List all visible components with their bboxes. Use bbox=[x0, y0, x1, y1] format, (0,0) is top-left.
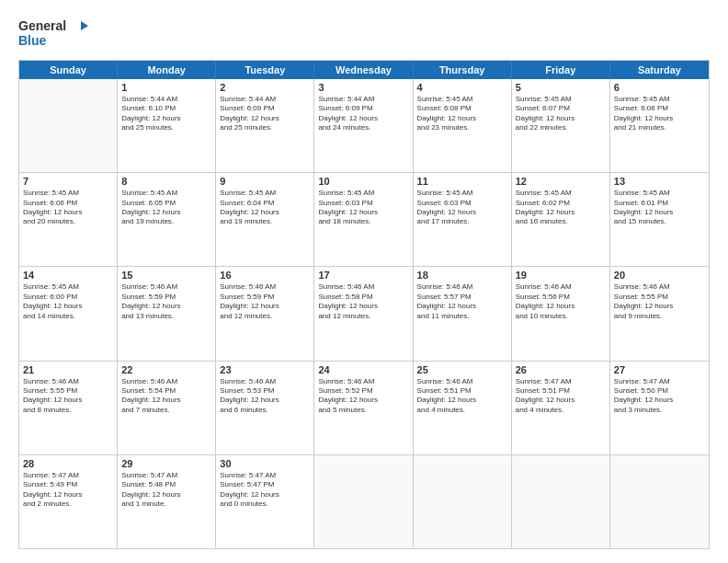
cal-cell: 12Sunrise: 5:45 AM Sunset: 6:02 PM Dayli… bbox=[512, 173, 610, 266]
logo: General Blue bbox=[18, 14, 92, 51]
day-number: 5 bbox=[516, 82, 606, 93]
cal-cell: 19Sunrise: 5:46 AM Sunset: 5:56 PM Dayli… bbox=[512, 267, 610, 360]
calendar-body: 1Sunrise: 5:44 AM Sunset: 6:10 PM Daylig… bbox=[19, 79, 709, 548]
day-number: 1 bbox=[121, 82, 211, 93]
cell-content: Sunrise: 5:46 AM Sunset: 5:54 PM Dayligh… bbox=[121, 377, 211, 416]
cell-content: Sunrise: 5:46 AM Sunset: 5:59 PM Dayligh… bbox=[220, 282, 310, 321]
cal-cell: 25Sunrise: 5:46 AM Sunset: 5:51 PM Dayli… bbox=[414, 362, 512, 454]
cell-content: Sunrise: 5:45 AM Sunset: 6:01 PM Dayligh… bbox=[614, 189, 705, 227]
cal-cell bbox=[610, 455, 709, 548]
cal-cell: 15Sunrise: 5:46 AM Sunset: 5:59 PM Dayli… bbox=[118, 267, 216, 360]
header: General Blue bbox=[18, 14, 710, 51]
week-row-1: 1Sunrise: 5:44 AM Sunset: 6:10 PM Daylig… bbox=[19, 79, 709, 172]
cell-content: Sunrise: 5:47 AM Sunset: 5:47 PM Dayligh… bbox=[220, 471, 310, 510]
day-number: 4 bbox=[417, 82, 507, 93]
cal-cell: 29Sunrise: 5:47 AM Sunset: 5:48 PM Dayli… bbox=[118, 455, 216, 548]
day-number: 29 bbox=[121, 458, 211, 469]
cal-cell: 13Sunrise: 5:45 AM Sunset: 6:01 PM Dayli… bbox=[610, 173, 709, 266]
cell-content: Sunrise: 5:45 AM Sunset: 6:03 PM Dayligh… bbox=[417, 189, 507, 227]
cal-cell: 23Sunrise: 5:46 AM Sunset: 5:53 PM Dayli… bbox=[216, 362, 314, 454]
day-number: 11 bbox=[417, 176, 507, 187]
calendar: SundayMondayTuesdayWednesdayThursdayFrid… bbox=[18, 60, 710, 549]
cell-content: Sunrise: 5:45 AM Sunset: 6:07 PM Dayligh… bbox=[516, 95, 606, 133]
day-header-friday: Friday bbox=[512, 61, 610, 79]
week-row-5: 28Sunrise: 5:47 AM Sunset: 5:49 PM Dayli… bbox=[19, 454, 709, 548]
day-number: 25 bbox=[417, 364, 507, 375]
day-header-sunday: Sunday bbox=[19, 61, 118, 79]
cal-cell: 27Sunrise: 5:47 AM Sunset: 5:50 PM Dayli… bbox=[610, 362, 709, 454]
day-header-thursday: Thursday bbox=[414, 61, 512, 79]
cal-cell: 30Sunrise: 5:47 AM Sunset: 5:47 PM Dayli… bbox=[216, 455, 314, 548]
day-header-wednesday: Wednesday bbox=[314, 61, 413, 79]
day-header-monday: Monday bbox=[118, 61, 216, 79]
cal-cell: 7Sunrise: 5:45 AM Sunset: 6:06 PM Daylig… bbox=[19, 173, 118, 266]
cal-cell: 11Sunrise: 5:45 AM Sunset: 6:03 PM Dayli… bbox=[414, 173, 512, 266]
cal-cell: 17Sunrise: 5:46 AM Sunset: 5:58 PM Dayli… bbox=[314, 267, 413, 360]
week-row-3: 14Sunrise: 5:45 AM Sunset: 6:00 PM Dayli… bbox=[19, 266, 709, 360]
day-number: 9 bbox=[220, 176, 310, 187]
cell-content: Sunrise: 5:45 AM Sunset: 6:05 PM Dayligh… bbox=[121, 189, 211, 227]
day-number: 16 bbox=[220, 270, 310, 281]
cell-content: Sunrise: 5:45 AM Sunset: 6:04 PM Dayligh… bbox=[220, 189, 310, 227]
day-number: 7 bbox=[23, 176, 113, 187]
cal-cell: 21Sunrise: 5:46 AM Sunset: 5:55 PM Dayli… bbox=[19, 362, 118, 454]
cal-cell: 24Sunrise: 5:46 AM Sunset: 5:52 PM Dayli… bbox=[314, 362, 413, 454]
cal-cell bbox=[19, 79, 118, 172]
cell-content: Sunrise: 5:47 AM Sunset: 5:51 PM Dayligh… bbox=[516, 377, 606, 416]
cell-content: Sunrise: 5:45 AM Sunset: 6:00 PM Dayligh… bbox=[23, 282, 113, 321]
week-row-2: 7Sunrise: 5:45 AM Sunset: 6:06 PM Daylig… bbox=[19, 172, 709, 266]
week-row-4: 21Sunrise: 5:46 AM Sunset: 5:55 PM Dayli… bbox=[19, 361, 709, 454]
cell-content: Sunrise: 5:47 AM Sunset: 5:50 PM Dayligh… bbox=[614, 377, 705, 416]
cal-cell: 1Sunrise: 5:44 AM Sunset: 6:10 PM Daylig… bbox=[118, 79, 216, 172]
calendar-header: SundayMondayTuesdayWednesdayThursdayFrid… bbox=[19, 61, 709, 79]
day-header-tuesday: Tuesday bbox=[216, 61, 314, 79]
cal-cell: 5Sunrise: 5:45 AM Sunset: 6:07 PM Daylig… bbox=[512, 79, 610, 172]
cell-content: Sunrise: 5:46 AM Sunset: 5:57 PM Dayligh… bbox=[417, 282, 507, 321]
cell-content: Sunrise: 5:46 AM Sunset: 5:58 PM Dayligh… bbox=[318, 282, 408, 321]
cell-content: Sunrise: 5:45 AM Sunset: 6:08 PM Dayligh… bbox=[417, 95, 507, 133]
cell-content: Sunrise: 5:47 AM Sunset: 5:48 PM Dayligh… bbox=[121, 471, 211, 510]
day-number: 3 bbox=[318, 82, 408, 93]
cal-cell: 14Sunrise: 5:45 AM Sunset: 6:00 PM Dayli… bbox=[19, 267, 118, 360]
day-number: 21 bbox=[23, 364, 113, 375]
cell-content: Sunrise: 5:46 AM Sunset: 5:55 PM Dayligh… bbox=[614, 282, 705, 321]
cal-cell: 22Sunrise: 5:46 AM Sunset: 5:54 PM Dayli… bbox=[118, 362, 216, 454]
day-number: 22 bbox=[121, 364, 211, 375]
cell-content: Sunrise: 5:44 AM Sunset: 6:10 PM Dayligh… bbox=[121, 95, 211, 133]
cell-content: Sunrise: 5:46 AM Sunset: 5:51 PM Dayligh… bbox=[417, 377, 507, 416]
day-number: 26 bbox=[516, 364, 606, 375]
cell-content: Sunrise: 5:46 AM Sunset: 5:59 PM Dayligh… bbox=[121, 282, 211, 321]
svg-marker-1 bbox=[81, 21, 88, 30]
cal-cell: 26Sunrise: 5:47 AM Sunset: 5:51 PM Dayli… bbox=[512, 362, 610, 454]
page: General Blue SundayMondayTuesdayWednesda… bbox=[0, 0, 728, 563]
day-number: 24 bbox=[318, 364, 408, 375]
cell-content: Sunrise: 5:46 AM Sunset: 5:55 PM Dayligh… bbox=[23, 377, 113, 416]
cell-content: Sunrise: 5:45 AM Sunset: 6:02 PM Dayligh… bbox=[516, 189, 606, 227]
day-number: 28 bbox=[23, 458, 113, 469]
cal-cell: 6Sunrise: 5:45 AM Sunset: 6:06 PM Daylig… bbox=[610, 79, 709, 172]
day-number: 15 bbox=[121, 270, 211, 281]
cell-content: Sunrise: 5:46 AM Sunset: 5:56 PM Dayligh… bbox=[516, 282, 606, 321]
day-number: 14 bbox=[23, 270, 113, 281]
svg-text:General: General bbox=[18, 18, 66, 33]
cal-cell: 18Sunrise: 5:46 AM Sunset: 5:57 PM Dayli… bbox=[414, 267, 512, 360]
cal-cell: 28Sunrise: 5:47 AM Sunset: 5:49 PM Dayli… bbox=[19, 455, 118, 548]
cal-cell: 8Sunrise: 5:45 AM Sunset: 6:05 PM Daylig… bbox=[118, 173, 216, 266]
day-number: 23 bbox=[220, 364, 310, 375]
day-number: 27 bbox=[614, 364, 705, 375]
cell-content: Sunrise: 5:44 AM Sunset: 6:09 PM Dayligh… bbox=[220, 95, 310, 133]
cell-content: Sunrise: 5:46 AM Sunset: 5:52 PM Dayligh… bbox=[318, 377, 408, 416]
day-number: 17 bbox=[318, 270, 408, 281]
day-number: 13 bbox=[614, 176, 705, 187]
cal-cell: 2Sunrise: 5:44 AM Sunset: 6:09 PM Daylig… bbox=[216, 79, 314, 172]
day-header-saturday: Saturday bbox=[610, 61, 709, 79]
logo-svg: General Blue bbox=[18, 14, 92, 51]
day-number: 12 bbox=[516, 176, 606, 187]
day-number: 10 bbox=[318, 176, 408, 187]
cal-cell bbox=[414, 455, 512, 548]
cal-cell: 20Sunrise: 5:46 AM Sunset: 5:55 PM Dayli… bbox=[610, 267, 709, 360]
day-number: 2 bbox=[220, 82, 310, 93]
cal-cell: 9Sunrise: 5:45 AM Sunset: 6:04 PM Daylig… bbox=[216, 173, 314, 266]
cell-content: Sunrise: 5:45 AM Sunset: 6:06 PM Dayligh… bbox=[614, 95, 705, 133]
day-number: 19 bbox=[516, 270, 606, 281]
